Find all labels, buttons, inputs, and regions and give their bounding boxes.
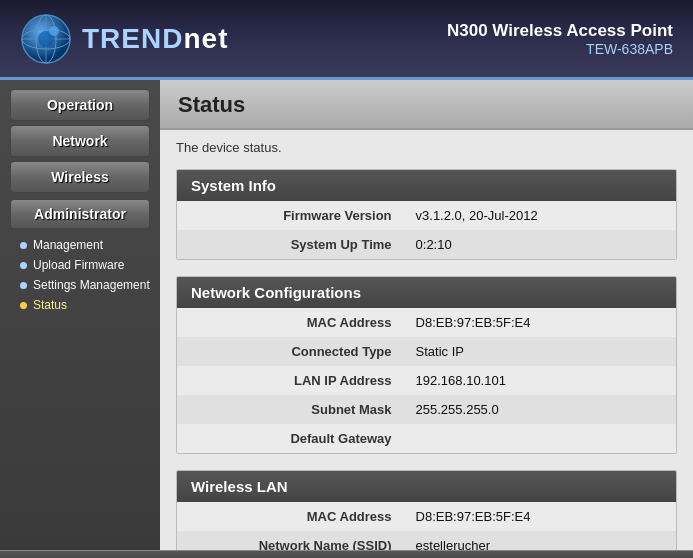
lan-ip-value: 192.168.10.101 xyxy=(402,366,676,395)
sidebar-submenu-upload-firmware[interactable]: Upload Firmware xyxy=(16,255,160,275)
bullet-icon xyxy=(20,302,27,309)
sidebar-submenu-status[interactable]: Status xyxy=(16,295,160,315)
table-row: MAC Address D8:EB:97:EB:5F:E4 xyxy=(177,308,676,337)
content-area: Status The device status. System Info Fi… xyxy=(160,80,693,550)
sidebar-item-administrator[interactable]: Administrator xyxy=(10,199,150,229)
sidebar: Operation Network Wireless Administrator… xyxy=(0,80,160,550)
header: TRENDnet N300 Wireless Access Point TEW-… xyxy=(0,0,693,80)
sidebar-submenu-management[interactable]: Management xyxy=(16,235,160,255)
lan-ip-label: LAN IP Address xyxy=(177,366,402,395)
wlan-mac-value: D8:EB:97:EB:5F:E4 xyxy=(402,502,676,531)
sidebar-item-operation[interactable]: Operation xyxy=(10,89,150,121)
wlan-mac-label: MAC Address xyxy=(177,502,402,531)
connected-type-label: Connected Type xyxy=(177,337,402,366)
page-title: Status xyxy=(178,92,675,118)
wireless-lan-header: Wireless LAN xyxy=(177,471,676,502)
brand-name: TRENDnet xyxy=(82,23,228,55)
main-layout: Operation Network Wireless Administrator… xyxy=(0,80,693,550)
table-row: Firmware Version v3.1.2.0, 20-Jul-2012 xyxy=(177,201,676,230)
page-description: The device status. xyxy=(176,140,677,155)
footer: Copyright ©2012 TRENDnet. All Rights Res… xyxy=(0,550,693,558)
system-uptime-label: System Up Time xyxy=(177,230,402,259)
svg-point-6 xyxy=(49,26,59,36)
system-info-section: System Info Firmware Version v3.1.2.0, 2… xyxy=(176,169,677,260)
network-config-section: Network Configurations MAC Address D8:EB… xyxy=(176,276,677,454)
network-config-table: MAC Address D8:EB:97:EB:5F:E4 Connected … xyxy=(177,308,676,453)
product-model: TEW-638APB xyxy=(447,41,673,57)
table-row: System Up Time 0:2:10 xyxy=(177,230,676,259)
product-title: N300 Wireless Access Point xyxy=(447,21,673,41)
logo-globe-icon xyxy=(20,13,72,65)
system-info-header: System Info xyxy=(177,170,676,201)
subnet-mask-label: Subnet Mask xyxy=(177,395,402,424)
default-gateway-value xyxy=(402,424,676,453)
table-row: Subnet Mask 255.255.255.0 xyxy=(177,395,676,424)
firmware-version-value: v3.1.2.0, 20-Jul-2012 xyxy=(402,201,676,230)
table-row: Network Name (SSID) estellerucher xyxy=(177,531,676,550)
connected-type-value: Static IP xyxy=(402,337,676,366)
wireless-lan-section: Wireless LAN MAC Address D8:EB:97:EB:5F:… xyxy=(176,470,677,550)
sidebar-submenu: Management Upload Firmware Settings Mana… xyxy=(0,231,160,319)
mac-address-label: MAC Address xyxy=(177,308,402,337)
bullet-icon xyxy=(20,262,27,269)
mac-address-value: D8:EB:97:EB:5F:E4 xyxy=(402,308,676,337)
wireless-lan-table: MAC Address D8:EB:97:EB:5F:E4 Network Na… xyxy=(177,502,676,550)
product-info: N300 Wireless Access Point TEW-638APB xyxy=(447,21,673,57)
content-body: The device status. System Info Firmware … xyxy=(160,130,693,550)
table-row: LAN IP Address 192.168.10.101 xyxy=(177,366,676,395)
firmware-version-label: Firmware Version xyxy=(177,201,402,230)
table-row: Connected Type Static IP xyxy=(177,337,676,366)
bullet-icon xyxy=(20,242,27,249)
sidebar-submenu-settings-management[interactable]: Settings Management xyxy=(16,275,160,295)
default-gateway-label: Default Gateway xyxy=(177,424,402,453)
ssid-label: Network Name (SSID) xyxy=(177,531,402,550)
table-row: MAC Address D8:EB:97:EB:5F:E4 xyxy=(177,502,676,531)
system-info-table: Firmware Version v3.1.2.0, 20-Jul-2012 S… xyxy=(177,201,676,259)
ssid-value: estellerucher xyxy=(402,531,676,550)
sidebar-item-wireless[interactable]: Wireless xyxy=(10,161,150,193)
bullet-icon xyxy=(20,282,27,289)
network-config-header: Network Configurations xyxy=(177,277,676,308)
content-header: Status xyxy=(160,80,693,130)
subnet-mask-value: 255.255.255.0 xyxy=(402,395,676,424)
system-uptime-value: 0:2:10 xyxy=(402,230,676,259)
sidebar-item-network[interactable]: Network xyxy=(10,125,150,157)
logo-area: TRENDnet xyxy=(20,13,228,65)
table-row: Default Gateway xyxy=(177,424,676,453)
